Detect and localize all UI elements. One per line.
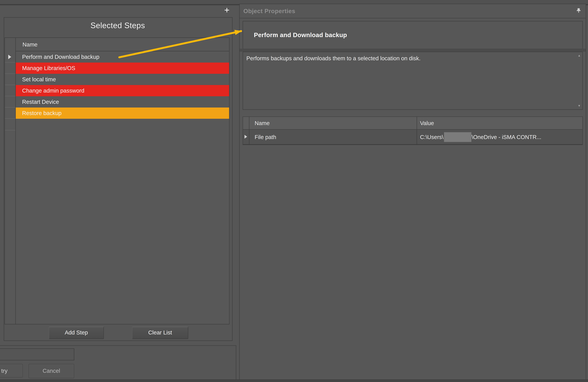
selected-steps-table[interactable]: Name Perform and Download backup Manage …	[4, 38, 230, 325]
object-properties-panel: Object Properties Perform and Download b…	[239, 4, 586, 380]
grid-row-selector-cell[interactable]	[243, 130, 250, 144]
steps-column-header[interactable]: Name	[16, 38, 229, 51]
description-scrollbar[interactable]: ▲ ▼	[576, 53, 582, 109]
table-row[interactable]: Set local time	[5, 74, 229, 85]
row-selector-cell[interactable]	[5, 51, 15, 62]
row-selector-cell[interactable]	[5, 62, 15, 74]
step-name[interactable]: Perform and Download backup	[16, 51, 229, 62]
cancel-button[interactable]: Cancel	[29, 364, 74, 378]
panel-divider	[240, 49, 586, 52]
current-row-indicator-icon	[8, 55, 11, 59]
row-selector-cell[interactable]	[5, 108, 15, 119]
retry-button[interactable]: try	[0, 364, 23, 378]
object-properties-titlebar[interactable]: Object Properties	[240, 4, 586, 18]
app-canvas: + Selected Steps Name Perform and Downlo…	[0, 0, 588, 382]
selected-object-title: Perform and Download backup	[254, 21, 347, 49]
current-row-indicator-icon	[244, 135, 247, 139]
step-name[interactable]: Set local time	[16, 74, 229, 85]
steps-table-header-row: Name	[5, 38, 229, 51]
header-gutter-cell	[5, 38, 16, 51]
step-name[interactable]: Restore backup	[16, 108, 229, 119]
object-properties-title: Object Properties	[243, 4, 295, 18]
step-name[interactable]: Manage Libraries/OS	[16, 62, 229, 74]
properties-grid: Name Value File path C:\Users\\OneDrive …	[243, 116, 583, 145]
file-path-prefix: C:\Users\	[420, 134, 443, 140]
table-row[interactable]: Perform and Download backup	[5, 51, 229, 62]
selected-steps-title: Selected Steps	[4, 21, 232, 30]
window-bottom-edge	[0, 380, 588, 382]
add-tab-plus-button[interactable]: +	[222, 5, 232, 15]
scroll-down-icon[interactable]: ▼	[576, 103, 582, 108]
bottom-input-field[interactable]	[0, 348, 74, 360]
application-window: + Selected Steps Name Perform and Downlo…	[0, 0, 588, 382]
grid-value-column-header[interactable]: Value	[417, 117, 582, 129]
properties-grid-header: Name Value	[243, 117, 582, 130]
table-row[interactable]: Restart Device	[5, 96, 229, 108]
add-step-button[interactable]: Add Step	[49, 327, 104, 339]
step-name[interactable]: Change admin password	[16, 85, 229, 96]
object-description-text: Performs backups and downloads them to a…	[246, 55, 573, 61]
property-name[interactable]: File path	[250, 130, 417, 144]
grid-gutter-cell	[243, 117, 250, 129]
redacted-username	[444, 132, 471, 142]
pin-icon[interactable]	[575, 7, 582, 14]
property-value[interactable]: C:\Users\\OneDrive - iSMA CONTR...	[417, 130, 582, 144]
object-description-box: Performs backups and downloads them to a…	[243, 52, 583, 110]
table-row[interactable]: Manage Libraries/OS	[5, 62, 229, 74]
table-row[interactable]: Restore backup	[5, 108, 229, 119]
file-path-row[interactable]: File path C:\Users\\OneDrive - iSMA CONT…	[243, 130, 582, 145]
selected-object-title-box: Perform and Download backup	[243, 21, 583, 49]
row-selector-cell[interactable]	[5, 85, 15, 96]
file-path-suffix: \OneDrive - iSMA CONTR...	[472, 134, 541, 140]
table-row[interactable]: Change admin password	[5, 85, 229, 96]
row-selector-cell[interactable]	[5, 96, 15, 108]
scroll-up-icon[interactable]: ▲	[576, 53, 582, 58]
step-name[interactable]: Restart Device	[16, 96, 229, 108]
clear-list-button[interactable]: Clear List	[132, 327, 188, 339]
grid-name-column-header[interactable]: Name	[250, 117, 417, 129]
row-selector-cell[interactable]	[5, 74, 15, 85]
